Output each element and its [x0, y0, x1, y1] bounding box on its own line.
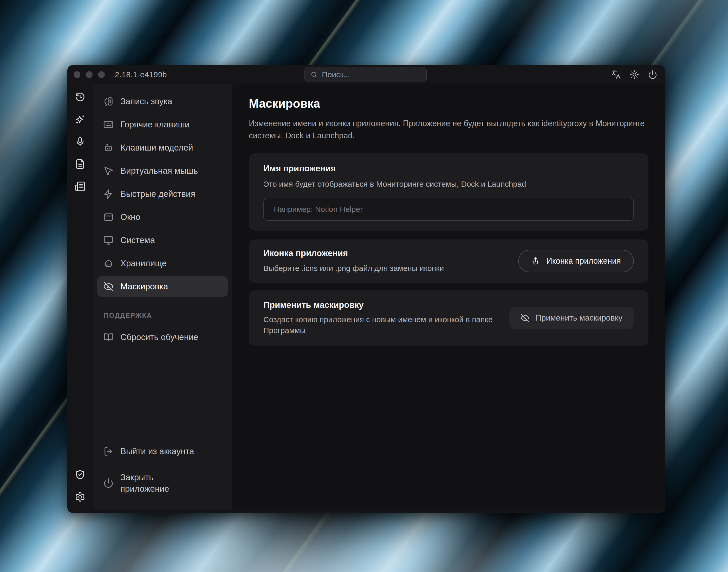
- rail-item-microphone[interactable]: [75, 137, 85, 147]
- voice-recorder-icon: [103, 96, 114, 106]
- card-description: Выберите .icns или .png файл для замены …: [264, 263, 444, 274]
- rail-item-settings[interactable]: [75, 492, 85, 502]
- sidebar-item-label: Выйти из аккаунта: [120, 446, 194, 456]
- sidebar-item-label: Маскировка: [120, 282, 168, 291]
- page-title: Маскировка: [249, 96, 648, 111]
- eye-off-icon: [520, 313, 529, 323]
- card-title: Имя приложения: [264, 163, 634, 173]
- rail-item-security[interactable]: [75, 469, 85, 480]
- sidebar-item-label: Клавиши моделей: [120, 143, 193, 153]
- rail-item-news[interactable]: [75, 181, 85, 192]
- sidebar-item-virtual-mouse[interactable]: Виртуальная мышь: [97, 161, 228, 181]
- sparkles-icon: [75, 114, 85, 125]
- sidebar-item-label: Горячие клавиши: [120, 120, 190, 130]
- sidebar-item-label: Виртуальная мышь: [120, 166, 198, 176]
- sidebar: Запись звука Горячие клавиши Клавиши мод…: [93, 84, 232, 509]
- search-placeholder: Поиск...: [322, 70, 350, 79]
- card-description: Создаст копию приложения с новым именем …: [264, 314, 509, 336]
- shield-check-icon: [75, 469, 85, 480]
- titlebar: 2.18.1-e4199b Поиск...: [67, 65, 665, 84]
- sidebar-item-label: Запись звука: [120, 96, 172, 106]
- app-version: 2.18.1-e4199b: [115, 70, 167, 79]
- sidebar-item-reset-training[interactable]: Сбросить обучение: [97, 327, 228, 347]
- sidebar-menu: Запись звука Горячие клавиши Клавиши мод…: [93, 84, 232, 347]
- choose-app-icon-button[interactable]: Иконка приложения: [518, 250, 634, 272]
- sidebar-item-masking[interactable]: Маскировка: [97, 276, 228, 297]
- search-field[interactable]: Поиск...: [304, 67, 427, 82]
- sidebar-item-hotkeys[interactable]: Горячие клавиши: [97, 115, 228, 135]
- card-app-name: Имя приложения Это имя будет отображатьс…: [249, 153, 648, 231]
- sidebar-item-label: Быстрые действия: [120, 189, 195, 199]
- window-controls: [74, 71, 105, 78]
- main-panel: Маскировка Изменение имени и иконки прил…: [232, 84, 665, 509]
- book-open-icon: [103, 332, 114, 342]
- cursor-icon: [103, 166, 114, 176]
- sidebar-section-support: ПОДДЕРЖКА: [104, 311, 232, 319]
- search-icon: [310, 71, 318, 78]
- power-icon: [103, 478, 114, 488]
- language-button[interactable]: [611, 70, 621, 79]
- sidebar-item-quick-actions[interactable]: Быстрые действия: [97, 184, 228, 204]
- app-name-input[interactable]: [264, 198, 634, 221]
- rail-item-ai[interactable]: [75, 114, 85, 125]
- translate-icon: [611, 70, 621, 79]
- sidebar-item-label: Сбросить обучение: [120, 332, 198, 342]
- file-text-icon: [75, 159, 85, 169]
- apply-masking-button[interactable]: Применить маскировку: [509, 307, 634, 329]
- sidebar-item-label: Закрыть приложение: [120, 472, 201, 495]
- keyboard-icon: [103, 119, 114, 130]
- sidebar-item-logout[interactable]: Выйти из аккаунта: [97, 441, 228, 461]
- sidebar-item-label: Система: [120, 235, 155, 245]
- history-icon: [75, 92, 85, 102]
- power-icon: [648, 70, 657, 79]
- monitor-icon: [103, 235, 114, 245]
- icon-rail: [67, 84, 93, 509]
- card-title: Иконка приложения: [264, 248, 444, 258]
- app-window: 2.18.1-e4199b Поиск...: [67, 65, 665, 513]
- hard-drive-icon: [103, 258, 114, 269]
- button-label: Иконка приложения: [546, 256, 621, 266]
- robot-icon: [103, 142, 114, 153]
- close-window-button[interactable]: [74, 71, 80, 78]
- rail-item-history[interactable]: [75, 92, 85, 102]
- card-description: Это имя будет отображаться в Мониторинге…: [264, 178, 634, 190]
- card-title: Применить маскировку: [264, 300, 509, 310]
- sidebar-item-model-keys[interactable]: Клавиши моделей: [97, 138, 228, 158]
- eye-off-icon: [103, 281, 114, 292]
- log-out-icon: [103, 446, 114, 456]
- button-label: Применить маскировку: [535, 313, 623, 323]
- sidebar-item-storage[interactable]: Хранилище: [97, 253, 228, 274]
- zoom-window-button[interactable]: [98, 71, 105, 78]
- sun-icon: [630, 70, 639, 79]
- card-text: Применить маскировку Создаст копию прило…: [264, 300, 509, 336]
- rail-item-notes[interactable]: [75, 159, 85, 169]
- sidebar-item-label: Хранилище: [120, 259, 167, 268]
- gear-icon: [75, 492, 85, 502]
- titlebar-actions: [611, 65, 657, 84]
- sidebar-item-label: Окно: [120, 212, 140, 222]
- quit-button[interactable]: [648, 70, 657, 79]
- lightning-icon: [103, 189, 114, 199]
- page-description: Изменение имени и иконки приложения. При…: [249, 117, 648, 142]
- card-text: Иконка приложения Выберите .icns или .pn…: [264, 248, 444, 274]
- minimize-window-button[interactable]: [86, 71, 92, 78]
- app-window-icon: [103, 212, 114, 222]
- card-apply-masking: Применить маскировку Создаст копию прило…: [249, 290, 648, 346]
- sidebar-item-quit-app[interactable]: Закрыть приложение: [97, 463, 228, 503]
- upload-icon: [531, 257, 540, 266]
- microphone-icon: [75, 137, 85, 147]
- sidebar-item-window[interactable]: Окно: [97, 207, 228, 227]
- theme-toggle-button[interactable]: [630, 70, 639, 79]
- card-app-icon: Иконка приложения Выберите .icns или .pn…: [249, 239, 648, 283]
- sidebar-item-sound-recording[interactable]: Запись звука: [97, 91, 228, 112]
- sidebar-item-system[interactable]: Система: [97, 230, 228, 251]
- newspaper-icon: [75, 181, 85, 192]
- sidebar-footer: Выйти из аккаунта Закрыть приложение: [93, 441, 232, 509]
